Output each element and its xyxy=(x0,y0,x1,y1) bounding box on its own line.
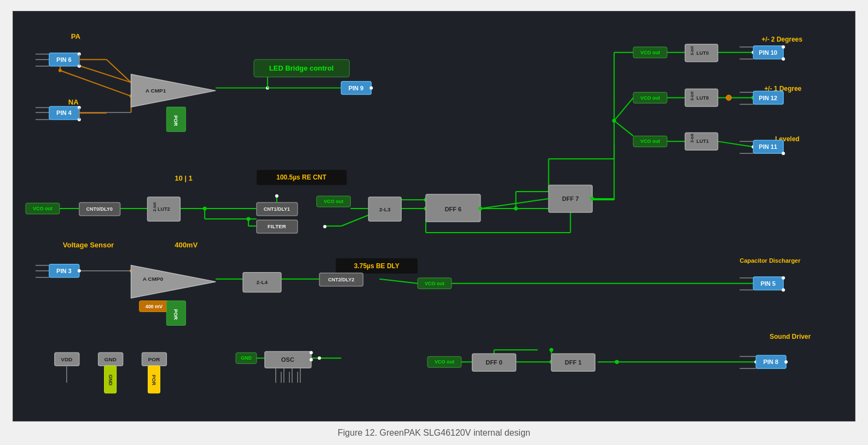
gnd-box-label: GND xyxy=(105,356,117,362)
svg-point-133 xyxy=(782,288,785,292)
diagram-container: PA NA LED Bridge control 10 | 1 100.5µs … xyxy=(13,11,855,421)
osc-label: OSC xyxy=(281,356,294,363)
cnt2-label: CNT2/DLY2 xyxy=(328,277,354,282)
pin11-label: PIN 11 xyxy=(759,143,778,150)
svg-point-150 xyxy=(591,197,594,201)
lut1-bits: 3-bit xyxy=(690,134,695,143)
pin6-label: PIN 6 xyxy=(56,56,71,63)
svg-point-71 xyxy=(318,356,321,360)
vco-out-cnt2: VCO out xyxy=(425,281,444,286)
svg-point-118 xyxy=(782,45,785,49)
gnd-bar: GND xyxy=(108,374,113,385)
vco-out-cnt1: VCO out xyxy=(324,199,344,204)
svg-point-114 xyxy=(478,207,482,211)
dff0-label: DFF 0 xyxy=(485,359,502,366)
lut8-label: LUT8 xyxy=(696,95,708,101)
l3-label: 2-L3 xyxy=(379,206,391,212)
cnt1-label: CNT1/DLY1 xyxy=(264,206,290,212)
pin12-label: PIN 12 xyxy=(759,95,778,101)
vco-out-lut1: VCO out xyxy=(640,138,660,144)
cmp1-label: CMP1 xyxy=(151,88,166,94)
svg-point-124 xyxy=(782,152,785,155)
dff1-label: DFF 1 xyxy=(565,359,581,366)
label-sound-driver: Sound Driver xyxy=(769,333,811,340)
pin10-label: PIN 10 xyxy=(759,49,778,56)
cmp0-400mv: 400 mV xyxy=(146,304,163,309)
svg-point-112 xyxy=(323,225,327,228)
svg-point-127 xyxy=(78,269,81,273)
label-be-dly: 3.75µs BE DLY xyxy=(354,262,400,270)
label-na: NA xyxy=(68,98,79,106)
label-voltage-sensor: Voltage Sensor xyxy=(63,241,114,249)
svg-point-38 xyxy=(246,217,250,221)
label-2deg: +/- 2 Degrees xyxy=(761,36,802,43)
pin3-label: PIN 3 xyxy=(56,268,71,274)
cmp1-label-a: A xyxy=(146,88,149,94)
pin5-label: PIN 5 xyxy=(761,280,776,287)
svg-point-145 xyxy=(784,360,788,363)
figure-caption: Figure 12. GreenPAK SLG46120V internal d… xyxy=(338,428,530,438)
label-10-1: 10 | 1 xyxy=(175,174,192,182)
lut0-bits: 3-bit xyxy=(690,46,695,55)
svg-point-111 xyxy=(275,194,279,198)
pin4-label: PIN 4 xyxy=(56,110,72,117)
pin8-label: PIN 8 xyxy=(763,359,778,365)
filter-label: FILTER xyxy=(268,223,286,229)
vco-out-cnt0: VCO out xyxy=(33,206,53,211)
por-box-label: POR xyxy=(148,356,160,362)
vco-out-lut8: VCO out xyxy=(640,95,660,101)
svg-point-137 xyxy=(310,358,313,361)
svg-point-115 xyxy=(726,95,732,101)
label-400mv: 400mV xyxy=(175,241,198,249)
lut2-label: LUT2 xyxy=(158,206,170,212)
label-pa: PA xyxy=(71,32,81,41)
dff7-label: DFF 7 xyxy=(562,195,578,202)
pin9-label: PIN 9 xyxy=(349,85,363,91)
cmp0-por: POR xyxy=(173,309,178,320)
svg-point-132 xyxy=(782,276,785,280)
cnt0-label: CNT0/DLY0 xyxy=(86,206,113,212)
vdd-label: VDD xyxy=(61,356,72,362)
cmp1-por: POR xyxy=(173,115,178,126)
svg-point-119 xyxy=(782,57,785,61)
por-bar: POR xyxy=(151,374,157,385)
cmp0-label: A CMP0 xyxy=(143,276,164,282)
svg-point-109 xyxy=(369,86,373,90)
lut8-bits: 3-bit xyxy=(690,91,695,101)
vco-out-lut0: VCO out xyxy=(640,50,660,55)
l4-label: 2-L4 xyxy=(257,279,268,285)
label-led-bridge: LED Bridge control xyxy=(269,64,334,72)
lut1-label: LUT1 xyxy=(696,138,708,144)
svg-point-146 xyxy=(615,360,619,364)
lut0-label: LUT0 xyxy=(696,50,708,56)
gnd-osc-label: GND xyxy=(241,355,252,361)
label-cap-discharger: Capacitor Discharger xyxy=(740,257,801,264)
label-cnt: 100.5µs RE CNT xyxy=(276,174,327,181)
vco-out-dff0: VCO out xyxy=(435,359,454,365)
lut2-label-bits: 2-bit xyxy=(152,202,157,211)
dff6-label: DFF 6 xyxy=(445,206,461,212)
svg-point-138 xyxy=(310,351,313,354)
